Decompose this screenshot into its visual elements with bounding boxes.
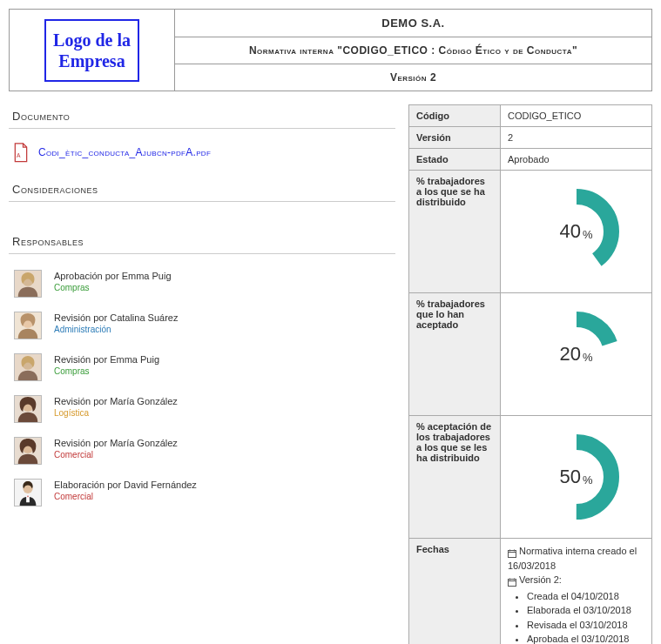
svg-text:A: A [17, 152, 21, 158]
pdf-icon: A [12, 143, 30, 162]
company-logo: Logo de la Empresa [44, 19, 139, 82]
document-header: Logo de la Empresa DEMO S.A. Normativa i… [9, 9, 652, 91]
responsable-item: Revisión por Emma PuigCompras [9, 348, 395, 390]
section-responsables: Responsables [9, 230, 395, 254]
fechas-label: Fechas [409, 539, 501, 645]
estado-label: Estado [409, 149, 501, 171]
responsable-dept: Compras [54, 283, 172, 292]
gauge2-label: % trabajadores que lo han aceptado [409, 293, 501, 416]
document-subtitle: Normativa interna "CODIGO_ETICO : Código… [175, 37, 652, 64]
responsable-item: Revisión por Catalina SuárezAdministraci… [9, 306, 395, 348]
responsable-item: Revisión por María GonzálezLogística [9, 390, 395, 432]
svg-rect-24 [509, 580, 516, 587]
responsable-role: Revisión por Emma Puig [54, 354, 159, 365]
info-table: Código CODIGO_ETICO Versión 2 Estado Apr… [408, 104, 652, 644]
estado-value: Aprobado [501, 149, 652, 171]
responsable-dept: Compras [54, 366, 159, 376]
section-consideraciones: Consideraciones [9, 178, 395, 202]
responsables-list: Aprobación por Emma PuigComprasRevisión … [9, 265, 395, 515]
responsable-item: Elaboración por David FernándezComercial [9, 473, 395, 515]
version-value: 2 [501, 127, 652, 149]
responsable-role: Revisión por María González [54, 396, 178, 406]
document-link[interactable]: A Codi_ètic_conducta_Ajubcn-pdfA.pdf [9, 139, 395, 178]
codigo-value: CODIGO_ETICO [501, 105, 652, 127]
responsable-dept: Comercial [54, 450, 178, 460]
fechas-item: Revisada el 03/10/2018 [527, 618, 644, 633]
left-column: Documento A Codi_ètic_conducta_Ajubcn-pd… [9, 104, 395, 644]
fechas-item: Elaborada el 03/10/2018 [527, 603, 644, 618]
logo-text-2: Empresa [53, 50, 131, 71]
responsable-role: Elaboración por David Fernández [54, 480, 197, 490]
codigo-label: Código [409, 105, 501, 127]
svg-rect-20 [509, 551, 516, 558]
responsable-item: Revisión por María GonzálezComercial [9, 432, 395, 473]
avatar [14, 353, 42, 381]
responsable-role: Revisión por María González [54, 438, 178, 448]
avatar [14, 479, 42, 506]
gauge-value: 40% [529, 184, 624, 279]
fechas-item: Aprobada el 03/10/2018 [527, 632, 644, 644]
gauge2-cell: 20% [501, 293, 652, 416]
gauge3-label: % aceptación de los trabajadores a los q… [409, 416, 501, 539]
responsable-role: Aprobación por Emma Puig [54, 271, 172, 281]
gauge-value: 50% [529, 429, 624, 525]
gauge1-cell: 40% [501, 171, 652, 293]
gauge-aceptado: 20% [529, 306, 624, 402]
responsable-role: Revisión por Catalina Suárez [54, 312, 178, 323]
fechas-line1: Normativa interna creado el 16/03/2018 [508, 544, 644, 573]
fechas-line2: Versión 2: [508, 573, 644, 587]
responsable-dept: Administración [54, 325, 178, 334]
responsable-dept: Comercial [54, 492, 197, 501]
gauge-ratio: 50% [529, 429, 624, 525]
document-filename: Codi_ètic_conducta_Ajubcn-pdfA.pdf [38, 146, 211, 158]
fechas-cell: Normativa interna creado el 16/03/2018 V… [501, 539, 652, 645]
gauge3-cell: 50% [501, 416, 652, 539]
calendar-icon [508, 576, 516, 585]
calendar-icon [508, 547, 516, 556]
section-documento: Documento [9, 104, 395, 129]
right-column: Código CODIGO_ETICO Versión 2 Estado Apr… [408, 104, 652, 644]
version-label: Versión [409, 127, 501, 149]
avatar [14, 437, 42, 465]
responsable-item: Aprobación por Emma PuigCompras [9, 265, 395, 306]
fechas-items: Creada el 04/10/2018Elaborada el 03/10/2… [527, 589, 644, 645]
avatar [14, 270, 42, 298]
gauge-distribuido: 40% [529, 184, 624, 279]
document-version: Versión 2 [175, 64, 652, 91]
company-name: DEMO S.A. [175, 10, 652, 37]
gauge1-label: % trabajadores a los que se ha distribui… [409, 171, 501, 293]
logo-cell: Logo de la Empresa [10, 10, 175, 91]
avatar [14, 395, 42, 423]
avatar [14, 312, 42, 339]
fechas-item: Creada el 04/10/2018 [527, 589, 644, 604]
gauge-value: 20% [529, 306, 624, 402]
responsable-dept: Logística [54, 408, 178, 418]
logo-text-1: Logo de la [53, 30, 131, 50]
